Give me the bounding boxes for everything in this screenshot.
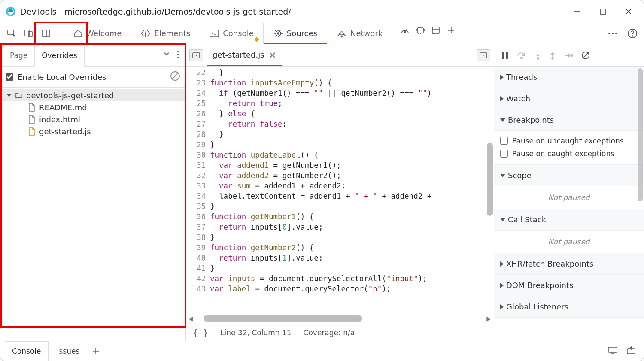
file-label: index.html [39,115,80,124]
section-global-listeners[interactable]: Global Listeners [494,296,644,318]
svg-point-37 [552,58,553,59]
folder-label: devtools-js-get-started [26,91,114,100]
drawer: Console Issues [0,341,644,361]
main-toolbar: Welcome Elements Console Sources Network [0,23,644,44]
debugger-scrollbar[interactable] [638,68,643,201]
code-area[interactable]: }function inputsAreEmpty() { if (getNumb… [210,67,494,313]
device-toggle-icon[interactable] [21,26,36,41]
tab-welcome[interactable]: Welcome [64,23,131,44]
vertical-scrollbar[interactable] [487,71,493,296]
scope-empty: Not paused [494,186,644,209]
dock-icon[interactable] [38,26,54,41]
window-title: DevTools - microsoftedge.github.io/Demos… [20,7,568,16]
tree-file-readme[interactable]: README.md [0,101,185,113]
inspect-icon[interactable] [4,26,19,41]
help-icon[interactable] [625,26,640,41]
step-over-icon[interactable] [516,51,527,60]
svg-point-15 [404,32,406,33]
coverage-status: Coverage: n/a [304,328,355,337]
kebab-icon[interactable] [177,50,179,61]
drawer-tab-console[interactable]: Console [5,341,49,361]
scroll-left-icon[interactable]: ◀ [188,315,193,322]
chevron-down-icon[interactable] [163,50,170,61]
maximize-button[interactable] [598,7,608,16]
svg-rect-33 [502,52,504,59]
step-icon[interactable] [564,51,573,60]
toggle-navigator-icon[interactable] [189,49,203,61]
tree-file-getstarted[interactable]: get-started.js [0,125,185,137]
section-breakpoints[interactable]: Breakpoints [494,109,644,131]
section-xhr[interactable]: XHR/fetch Breakpoints [494,253,644,275]
horizontal-scrollbar-row: ◀ ▶ [186,313,494,324]
issues-shortcut-icon[interactable] [608,346,618,356]
file-label: README.md [39,103,87,112]
pause-caught-checkbox[interactable] [500,150,508,158]
performance-icon[interactable] [397,23,413,38]
scroll-right-icon[interactable]: ▶ [486,315,491,322]
drawer-tab-issues[interactable]: Issues [50,341,87,361]
editor-tabbar: get-started.js × [186,44,494,67]
pretty-print-icon[interactable]: { } [193,328,208,338]
file-label: get-started.js [39,127,91,136]
svg-rect-43 [608,347,617,352]
file-icon [28,115,36,124]
svg-point-21 [608,33,610,34]
svg-rect-9 [42,30,50,37]
pause-uncaught-row[interactable]: Pause on uncaught exceptions [499,134,638,147]
tree-file-index[interactable]: index.html [0,113,185,125]
tab-overrides[interactable]: Overrides [34,45,84,67]
toolbar-right [605,26,640,41]
svg-point-38 [571,55,573,56]
toggle-debugger-icon[interactable] [477,49,490,61]
tab-console[interactable]: Console [200,23,263,44]
editor-body[interactable]: 22 23 24 25 26 27 28 29 30 31 32 33 34 3… [186,67,494,313]
tab-console-label: Console [223,29,253,38]
cursor-position: Line 32, Column 11 [220,328,291,337]
clear-overrides-icon[interactable] [170,71,180,83]
navigator-sidebar: Page Overrides Enable Local Overrides de… [0,44,186,341]
horizontal-scrollbar[interactable] [195,315,485,322]
svg-rect-11 [210,30,219,37]
tab-page[interactable]: Page [3,44,34,66]
enable-overrides-checkbox[interactable] [6,73,13,81]
application-icon[interactable] [428,23,444,38]
editor-tab-getstarted[interactable]: get-started.js × [207,44,282,66]
enable-overrides-row: Enable Local Overrides [0,67,185,88]
tab-sources[interactable]: Sources [263,23,327,44]
section-threads[interactable]: Threads [494,67,644,88]
memory-icon[interactable] [413,23,428,38]
section-dom-bp[interactable]: DOM Breakpoints [494,275,644,296]
step-into-icon[interactable] [535,51,541,60]
tab-elements-label: Elements [154,29,190,38]
deactivate-breakpoints-icon[interactable] [581,51,590,60]
expand-drawer-icon[interactable] [626,346,636,356]
minimize-button[interactable] [572,7,582,16]
pause-uncaught-checkbox[interactable] [500,137,508,145]
svg-point-28 [177,57,179,58]
add-drawer-tab-icon[interactable] [88,343,103,359]
close-tab-icon[interactable]: × [269,49,276,60]
svg-point-22 [612,33,614,34]
enable-overrides-label: Enable Local Overrides [18,73,106,82]
close-button[interactable] [624,7,633,16]
debugger-sections: Threads Watch Breakpoints Pause on uncau… [494,67,644,341]
main-tabs: Welcome Elements Console Sources Network [64,23,459,44]
tab-network[interactable]: Network [327,23,392,44]
warning-badge-icon [254,37,259,42]
svg-point-27 [177,54,179,55]
pause-caught-row[interactable]: Pause on caught exceptions [499,147,638,160]
tree-folder[interactable]: devtools-js-get-started [0,89,185,101]
section-scope[interactable]: Scope [494,165,644,186]
tab-elements[interactable]: Elements [131,23,200,44]
folder-icon [15,91,23,100]
editor-tab-label: get-started.js [213,50,264,59]
section-watch[interactable]: Watch [494,88,644,109]
add-tab-icon[interactable] [444,23,459,38]
section-callstack[interactable]: Call Stack [494,209,644,231]
more-icon[interactable] [605,26,620,41]
editor-pane: get-started.js × 22 23 24 25 26 27 28 29… [186,44,494,341]
svg-point-25 [632,36,633,36]
step-out-icon[interactable] [549,51,556,60]
pause-icon[interactable] [501,51,509,60]
tab-sources-label: Sources [287,29,317,38]
